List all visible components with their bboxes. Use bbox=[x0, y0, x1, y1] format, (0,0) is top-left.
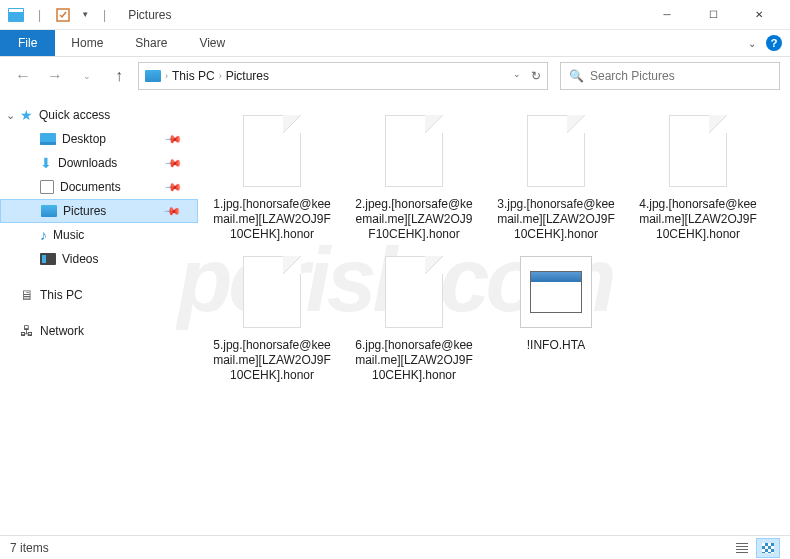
sidebar-item-label: Quick access bbox=[39, 108, 110, 122]
qat-dropdown-icon[interactable]: ▼ bbox=[81, 10, 89, 19]
pin-icon: 📌 bbox=[163, 153, 182, 172]
tab-home[interactable]: Home bbox=[55, 30, 119, 56]
file-item[interactable]: 3.jpg.[honorsafe@keemail.me][LZAW2OJ9F10… bbox=[494, 109, 618, 242]
up-button[interactable]: ↑ bbox=[106, 63, 132, 89]
search-icon: 🔍 bbox=[569, 69, 584, 83]
download-icon: ⬇ bbox=[40, 155, 52, 171]
document-icon bbox=[40, 180, 54, 194]
sidebar-item-label: Network bbox=[40, 324, 84, 338]
video-icon bbox=[40, 253, 56, 265]
search-box[interactable]: 🔍 bbox=[560, 62, 780, 90]
file-name: 4.jpg.[honorsafe@keemail.me][LZAW2OJ9F10… bbox=[636, 197, 760, 242]
tab-share[interactable]: Share bbox=[119, 30, 183, 56]
blank-file-icon bbox=[669, 115, 727, 187]
help-icon[interactable]: ? bbox=[766, 35, 782, 51]
sidebar-item-pictures[interactable]: Pictures 📌 bbox=[0, 199, 198, 223]
file-item[interactable]: 5.jpg.[honorsafe@keemail.me][LZAW2OJ9F10… bbox=[210, 250, 334, 383]
file-item[interactable]: 1.jpg.[honorsafe@keemail.me][LZAW2OJ9F10… bbox=[210, 109, 334, 242]
forward-button: → bbox=[42, 63, 68, 89]
file-name: 5.jpg.[honorsafe@keemail.me][LZAW2OJ9F10… bbox=[210, 338, 334, 383]
address-bar[interactable]: › This PC › Pictures ⌄ ↻ bbox=[138, 62, 548, 90]
properties-icon[interactable] bbox=[55, 8, 71, 22]
blank-file-icon bbox=[243, 256, 301, 328]
navigation-row: ← → ⌄ ↑ › This PC › Pictures ⌄ ↻ 🔍 bbox=[0, 57, 790, 95]
sidebar-item-label: Pictures bbox=[63, 204, 106, 218]
breadcrumb-item[interactable]: This PC bbox=[172, 69, 215, 83]
file-item[interactable]: 2.jpeg.[honorsafe@keemail.me][LZAW2OJ9F1… bbox=[352, 109, 476, 242]
sidebar-item-documents[interactable]: Documents 📌 bbox=[0, 175, 198, 199]
svg-rect-1 bbox=[9, 9, 23, 12]
sidebar-item-label: Downloads bbox=[58, 156, 117, 170]
address-dropdown-icon[interactable]: ⌄ bbox=[513, 69, 521, 83]
recent-dropdown-icon[interactable]: ⌄ bbox=[74, 63, 100, 89]
file-list[interactable]: 1.jpg.[honorsafe@keemail.me][LZAW2OJ9F10… bbox=[198, 95, 790, 535]
status-bar: 7 items bbox=[0, 535, 790, 559]
maximize-button[interactable]: ☐ bbox=[690, 0, 736, 30]
folder-icon bbox=[145, 70, 161, 82]
minimize-button[interactable]: ─ bbox=[644, 0, 690, 30]
tab-view[interactable]: View bbox=[183, 30, 241, 56]
music-icon: ♪ bbox=[40, 227, 47, 243]
sidebar-item-label: Videos bbox=[62, 252, 98, 266]
sidebar-quick-access[interactable]: ★ Quick access bbox=[0, 103, 198, 127]
back-button[interactable]: ← bbox=[10, 63, 36, 89]
sidebar-item-label: This PC bbox=[40, 288, 83, 302]
refresh-icon[interactable]: ↻ bbox=[531, 69, 541, 83]
sidebar-item-videos[interactable]: Videos bbox=[0, 247, 198, 271]
search-input[interactable] bbox=[590, 69, 771, 83]
pc-icon: 🖥 bbox=[20, 287, 34, 303]
file-item[interactable]: !INFO.HTA bbox=[494, 250, 618, 383]
file-name: 1.jpg.[honorsafe@keemail.me][LZAW2OJ9F10… bbox=[210, 197, 334, 242]
close-button[interactable]: ✕ bbox=[736, 0, 782, 30]
details-view-button[interactable] bbox=[730, 538, 754, 558]
item-count: 7 items bbox=[10, 541, 49, 555]
network-icon: 🖧 bbox=[20, 323, 34, 339]
sidebar-item-music[interactable]: ♪ Music bbox=[0, 223, 198, 247]
sidebar: ★ Quick access Desktop 📌 ⬇ Downloads 📌 D… bbox=[0, 95, 198, 535]
blank-file-icon bbox=[243, 115, 301, 187]
app-icon bbox=[8, 8, 24, 22]
desktop-icon bbox=[40, 133, 56, 145]
pin-icon: 📌 bbox=[163, 177, 182, 196]
titlebar: | ▼ | Pictures ─ ☐ ✕ bbox=[0, 0, 790, 30]
pin-icon: 📌 bbox=[162, 201, 181, 220]
sidebar-item-label: Music bbox=[53, 228, 84, 242]
pin-icon: 📌 bbox=[163, 129, 182, 148]
icons-view-button[interactable] bbox=[756, 538, 780, 558]
file-name: !INFO.HTA bbox=[527, 338, 585, 353]
expand-ribbon-icon[interactable]: ⌄ bbox=[748, 38, 756, 49]
blank-file-icon bbox=[385, 115, 443, 187]
file-name: 3.jpg.[honorsafe@keemail.me][LZAW2OJ9F10… bbox=[494, 197, 618, 242]
blank-file-icon bbox=[527, 115, 585, 187]
sidebar-item-label: Desktop bbox=[62, 132, 106, 146]
sidebar-item-downloads[interactable]: ⬇ Downloads 📌 bbox=[0, 151, 198, 175]
sidebar-item-label: Documents bbox=[60, 180, 121, 194]
blank-file-icon bbox=[385, 256, 443, 328]
pictures-icon bbox=[41, 205, 57, 217]
sidebar-this-pc[interactable]: 🖥 This PC bbox=[0, 283, 198, 307]
sidebar-item-desktop[interactable]: Desktop 📌 bbox=[0, 127, 198, 151]
sidebar-network[interactable]: 🖧 Network bbox=[0, 319, 198, 343]
chevron-right-icon[interactable]: › bbox=[165, 71, 168, 81]
file-name: 6.jpg.[honorsafe@keemail.me][LZAW2OJ9F10… bbox=[352, 338, 476, 383]
window-title: Pictures bbox=[128, 8, 171, 22]
file-item[interactable]: 4.jpg.[honorsafe@keemail.me][LZAW2OJ9F10… bbox=[636, 109, 760, 242]
file-name: 2.jpeg.[honorsafe@keemail.me][LZAW2OJ9F1… bbox=[352, 197, 476, 242]
breadcrumb-item[interactable]: Pictures bbox=[226, 69, 269, 83]
hta-icon bbox=[520, 256, 592, 328]
file-tab[interactable]: File bbox=[0, 30, 55, 56]
star-icon: ★ bbox=[20, 107, 33, 123]
chevron-right-icon[interactable]: › bbox=[219, 71, 222, 81]
file-item[interactable]: 6.jpg.[honorsafe@keemail.me][LZAW2OJ9F10… bbox=[352, 250, 476, 383]
ribbon: File Home Share View ⌄ ? bbox=[0, 30, 790, 57]
